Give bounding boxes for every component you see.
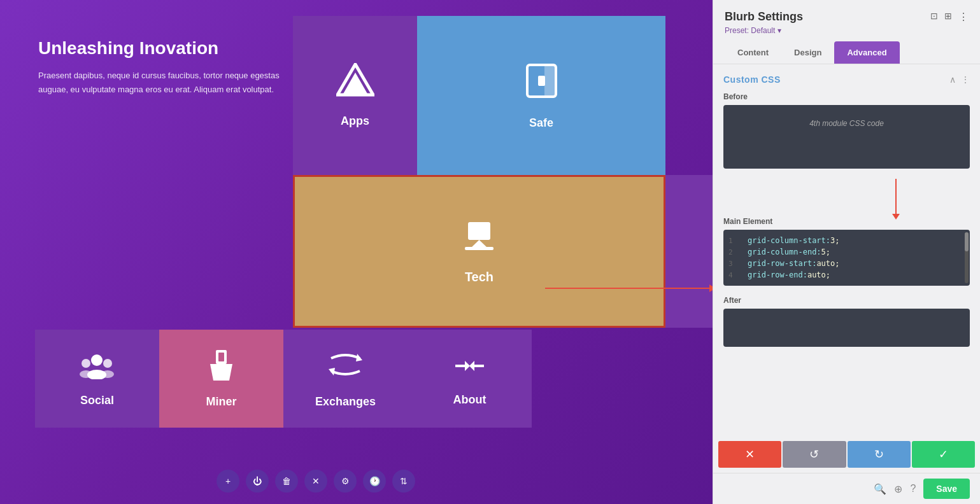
scrollbar-thumb [965, 232, 969, 251]
more-icon[interactable]: ⋮ [958, 11, 969, 23]
svg-point-17 [103, 359, 112, 368]
resize-icon[interactable]: ⊡ [930, 11, 938, 23]
blurb-grid-bottom: Social Miner [35, 330, 532, 428]
svg-marker-24 [356, 354, 362, 361]
main-element-editor[interactable]: 1 grid-column-start: 3; 2 grid-column-en… [723, 230, 970, 286]
v-arrow-head [892, 214, 900, 220]
svg-marker-6 [471, 240, 487, 248]
svg-marker-27 [465, 361, 470, 371]
save-button[interactable]: Save [923, 479, 970, 499]
search-icon[interactable]: 🔍 [874, 483, 886, 495]
apps-icon [336, 63, 374, 106]
blurb-item-exchanges[interactable]: Exchanges [283, 330, 408, 428]
toolbar-close[interactable]: ✕ [304, 470, 327, 493]
panel-title-row: Blurb Settings ⊡ ⊞ ⋮ [725, 10, 969, 24]
after-label: After [723, 296, 970, 305]
css-line-2: 2 grid-column-end: 5; [723, 246, 970, 258]
before-placeholder: 4th module CSS code [731, 113, 962, 134]
css-prop-2: grid-column-end: [748, 248, 821, 256]
cancel-button[interactable]: ✕ [718, 441, 781, 468]
horizontal-arrow [545, 288, 711, 289]
panel-tabs: Content Design Advanced [725, 41, 969, 64]
before-label: Before [723, 92, 970, 101]
toolbar-delete[interactable]: 🗑 [275, 470, 298, 493]
css-line-4: 4 grid-row-end: auto; [723, 269, 970, 281]
main-layout: Unleashing Inovation Praesent dapibus, n… [0, 0, 713, 504]
line-num-1: 1 [728, 237, 741, 245]
panel-header: Blurb Settings ⊡ ⊞ ⋮ Preset: Default ▾ C… [713, 0, 980, 64]
css-val-2: 5; [821, 248, 830, 256]
svg-marker-29 [469, 361, 474, 371]
redo-button[interactable]: ↻ [848, 441, 911, 468]
svg-rect-4 [538, 76, 545, 86]
collapse-icon[interactable]: ∧ [949, 74, 956, 85]
confirm-button[interactable]: ✓ [912, 441, 975, 468]
miner-icon [207, 349, 236, 388]
panel-title: Blurb Settings [725, 10, 803, 24]
blurb-item-safe[interactable]: Safe [417, 16, 665, 175]
custom-css-title: Custom CSS [723, 74, 781, 85]
after-editor[interactable] [723, 309, 970, 347]
blurb-item-miner[interactable]: Miner [159, 330, 283, 428]
page-paragraph: Praesent dapibus, neque id cursus faucib… [38, 69, 280, 97]
v-arrow-line [895, 179, 897, 214]
page-heading: Unleashing Inovation [38, 38, 280, 59]
css-code-lines: 1 grid-column-start: 3; 2 grid-column-en… [723, 230, 970, 286]
blurb-item-apps[interactable]: Apps [293, 16, 417, 175]
svg-marker-22 [210, 364, 232, 381]
toolbar-power[interactable]: ⏻ [246, 470, 269, 493]
safe-label: Safe [529, 116, 553, 130]
data-icon [710, 221, 713, 260]
svg-point-20 [101, 370, 114, 378]
blurb-item-about[interactable]: About [408, 330, 532, 428]
left-text-block: Unleashing Inovation Praesent dapibus, n… [38, 38, 280, 97]
section-more-icon[interactable]: ⋮ [961, 74, 970, 85]
toolbar-sort[interactable]: ⇅ [392, 470, 415, 493]
panel-preset[interactable]: Preset: Default ▾ [725, 26, 969, 35]
line-num-2: 2 [728, 248, 741, 256]
about-label: About [453, 393, 486, 407]
exchanges-label: Exchanges [315, 395, 376, 409]
tech-icon [462, 219, 497, 261]
layers-icon[interactable]: ⊕ [894, 483, 902, 495]
tab-advanced[interactable]: Advanced [834, 41, 899, 64]
svg-marker-1 [343, 73, 368, 95]
main-element-label: Main Element [723, 217, 970, 226]
undo-button[interactable]: ↺ [783, 441, 846, 468]
columns-icon[interactable]: ⊞ [944, 11, 952, 23]
blurb-grid-top: Apps Safe [293, 16, 665, 328]
social-label: Social [80, 394, 114, 407]
panel-bottom-bar: 🔍 ⊕ ? Save [713, 473, 980, 504]
css-val-3: auto; [816, 259, 839, 268]
help-icon[interactable]: ? [910, 483, 916, 495]
svg-marker-25 [329, 368, 335, 375]
svg-point-15 [91, 354, 103, 366]
toolbar: + ⏻ 🗑 ✕ ⚙ 🕐 ⇅ [217, 470, 415, 493]
tab-design[interactable]: Design [781, 41, 834, 64]
panel-title-icons: ⊡ ⊞ ⋮ [930, 11, 969, 23]
css-prop-3: grid-row-start: [748, 259, 816, 268]
line-num-3: 3 [728, 260, 741, 268]
toolbar-clock[interactable]: 🕐 [363, 470, 386, 493]
svg-rect-5 [468, 222, 490, 240]
svg-point-19 [80, 370, 92, 378]
css-line-1: 1 grid-column-start: 3; [723, 235, 970, 246]
css-prop-1: grid-column-start: [748, 236, 830, 245]
exchanges-icon [328, 349, 363, 388]
panel-body[interactable]: Custom CSS ∧ ⋮ Before 4th module CSS cod… [713, 64, 980, 436]
blurb-item-tech[interactable]: Tech [293, 175, 665, 328]
miner-label: Miner [206, 395, 236, 409]
toolbar-add[interactable]: + [217, 470, 239, 493]
blurb-item-data[interactable]: Data [665, 175, 713, 328]
tab-content[interactable]: Content [725, 41, 781, 64]
css-val-1: 3; [830, 236, 839, 245]
arrow-line [545, 288, 711, 289]
scrollbar[interactable] [965, 232, 969, 283]
apps-label: Apps [341, 115, 369, 128]
toolbar-settings[interactable]: ⚙ [334, 470, 357, 493]
before-editor[interactable]: 4th module CSS code [723, 105, 970, 169]
safe-icon [524, 62, 559, 108]
section-icons: ∧ ⋮ [949, 74, 970, 85]
blurb-item-social[interactable]: Social [35, 330, 159, 428]
social-icon [80, 351, 115, 386]
